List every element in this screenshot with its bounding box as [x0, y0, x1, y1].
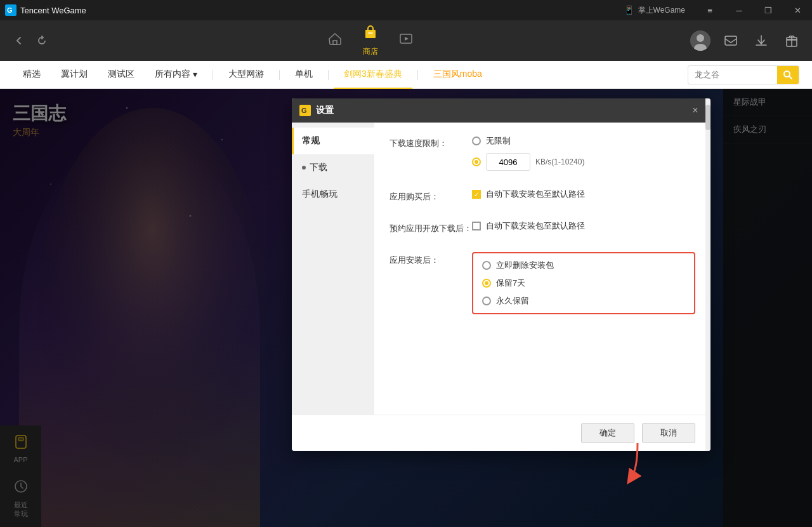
app-title: Tencent WeGame	[20, 6, 86, 15]
modal-title: 设置	[316, 105, 683, 116]
modal-titlebar: G 设置 ×	[292, 98, 710, 123]
confirm-btn[interactable]: 确定	[581, 423, 634, 443]
refresh-btn[interactable]	[33, 32, 51, 50]
brand-right: 📱 掌上WeGame	[624, 5, 685, 16]
unlimited-radio[interactable]	[472, 137, 481, 145]
dot-icon	[302, 166, 306, 170]
after-reserve-section: 预约应用开放下载后： 自动下载安装包至默认路径	[390, 220, 695, 234]
after-reserve-checkbox-row: 自动下载安装包至默认路径	[472, 220, 695, 232]
back-btn[interactable]	[10, 32, 28, 50]
after-buy-section: 应用购买后： ✓ 自动下载安装包至默认路径	[390, 189, 695, 203]
search-input[interactable]	[688, 70, 777, 79]
window-controls: 📱 掌上WeGame ≡ ─ ❐ ✕	[624, 0, 812, 20]
nav-ceshiqu[interactable]: 测试区	[98, 61, 145, 89]
keep-7days-row: 保留7天	[482, 277, 685, 289]
dropdown-icon: ▾	[193, 69, 197, 79]
sep2	[279, 70, 280, 80]
svg-point-6	[697, 34, 704, 42]
keep-forever-label: 永久保留	[496, 295, 529, 307]
sidebar-xiazai[interactable]: 下载	[292, 154, 374, 181]
home-icon	[327, 31, 343, 50]
speed-unit: KB/s(1-10240)	[535, 157, 584, 166]
sidebar-changgui[interactable]: 常规	[292, 128, 374, 154]
after-reserve-controls: 自动下载安装包至默认路径	[472, 220, 695, 232]
modal-body: 常规 下载 手机畅玩 下载速度限制：	[292, 123, 710, 415]
after-reserve-label: 预约应用开放下载后：	[390, 220, 472, 234]
after-buy-controls: ✓ 自动下载安装包至默认路径	[472, 189, 695, 200]
keep-7days-label: 保留7天	[496, 277, 525, 289]
tab-shop[interactable]: 商店	[363, 25, 378, 57]
nav-suoyouneirong[interactable]: 所有内容 ▾	[145, 61, 207, 89]
settings-modal: G 设置 × 常规 下载 手机畅玩	[292, 98, 710, 451]
svg-rect-8	[725, 36, 737, 45]
modal-overlay: G 设置 × 常规 下载 手机畅玩	[0, 89, 812, 527]
svg-text:G: G	[301, 107, 307, 114]
modal-close-btn[interactable]: ×	[688, 103, 703, 118]
message-btn[interactable]	[721, 30, 741, 51]
menu-btn[interactable]: ≡	[695, 0, 724, 20]
unlimited-radio-row: 无限制	[472, 135, 695, 147]
after-install-label: 应用安装后：	[390, 252, 472, 266]
after-install-section: 应用安装后： 立即删除安装包 保留7天	[390, 252, 695, 314]
keep-forever-row: 永久保留	[482, 295, 685, 307]
after-buy-row: 应用购买后： ✓ 自动下载安装包至默认路径	[390, 189, 695, 203]
modal-scrollbar[interactable]	[705, 98, 710, 451]
main-content: 三国志 大周年 APP 最近常玩 星际战甲 疾风之刃 G	[0, 89, 812, 527]
modal-sidebar: 常规 下载 手机畅玩	[292, 123, 374, 415]
sep3	[328, 70, 329, 80]
after-reserve-row: 预约应用开放下载后： 自动下载安装包至默认路径	[390, 220, 695, 234]
delete-now-row: 立即删除安装包	[482, 260, 685, 271]
modal-content: 下载速度限制： 无限制 KB/s(1-10240)	[374, 123, 710, 415]
shop-label: 商店	[363, 46, 378, 57]
svg-marker-4	[405, 37, 409, 41]
delete-now-radio[interactable]	[482, 261, 491, 270]
sep4	[417, 70, 418, 80]
nav-yijihua[interactable]: 翼计划	[51, 61, 98, 89]
scrollbar-thumb	[705, 105, 710, 130]
tab-home[interactable]	[327, 31, 343, 50]
after-buy-checkbox[interactable]: ✓	[472, 190, 481, 199]
after-buy-checkbox-row: ✓ 自动下载安装包至默认路径	[472, 189, 695, 200]
minimize-btn[interactable]: ─	[724, 0, 754, 20]
speed-radio[interactable]	[472, 157, 481, 166]
cancel-btn[interactable]: 取消	[642, 423, 695, 443]
after-reserve-checkbox[interactable]	[472, 222, 481, 230]
after-reserve-option: 自动下载安装包至默认路径	[486, 220, 585, 232]
search-box	[688, 65, 799, 84]
svg-rect-2	[365, 30, 376, 38]
toolbar: 商店	[0, 20, 812, 61]
restore-btn[interactable]: ❐	[754, 0, 783, 20]
svg-rect-1	[333, 41, 337, 44]
delete-now-label: 立即删除安装包	[496, 260, 554, 271]
speed-input[interactable]	[486, 153, 530, 171]
after-buy-label: 应用购买后：	[390, 189, 472, 203]
tab-video[interactable]	[398, 31, 414, 50]
navbar: 精选 翼计划 测试区 所有内容 ▾ 大型网游 单机 剑网3新春盛典 三国风mob…	[0, 61, 812, 89]
nav-jiannwang[interactable]: 剑网3新春盛典	[334, 61, 412, 89]
speed-input-row: KB/s(1-10240)	[472, 153, 695, 171]
after-install-controls: 立即删除安装包 保留7天 永久保留	[472, 252, 695, 314]
nav-danjl[interactable]: 单机	[285, 61, 323, 89]
download-btn[interactable]	[751, 30, 771, 51]
close-btn[interactable]: ✕	[783, 0, 812, 20]
nav-buttons	[10, 32, 51, 50]
shop-icon	[363, 25, 378, 44]
nav-daxing[interactable]: 大型网游	[218, 61, 274, 89]
modal-footer: 确定 取消	[292, 415, 710, 451]
avatar[interactable]	[690, 30, 710, 51]
keep-7days-radio[interactable]	[482, 279, 491, 288]
speed-limit-row: 下载速度限制： 无限制 KB/s(1-10240)	[390, 135, 695, 171]
speed-limit-label: 下载速度限制：	[390, 135, 472, 149]
sidebar-shoujipangwan[interactable]: 手机畅玩	[292, 181, 374, 208]
after-install-options-box: 立即删除安装包 保留7天 永久保留	[472, 252, 695, 314]
nav-sanguofeng[interactable]: 三国风moba	[423, 61, 492, 89]
gift-btn[interactable]	[782, 30, 802, 51]
after-install-row: 应用安装后： 立即删除安装包 保留7天	[390, 252, 695, 314]
toolbar-tabs: 商店	[56, 25, 685, 57]
search-button[interactable]	[777, 65, 799, 84]
svg-line-12	[789, 76, 792, 79]
nav-jingxuan[interactable]: 精选	[13, 61, 51, 89]
keep-forever-radio[interactable]	[482, 297, 491, 305]
modal-title-icon: G	[299, 105, 311, 116]
speed-limit-section: 下载速度限制： 无限制 KB/s(1-10240)	[390, 135, 695, 171]
